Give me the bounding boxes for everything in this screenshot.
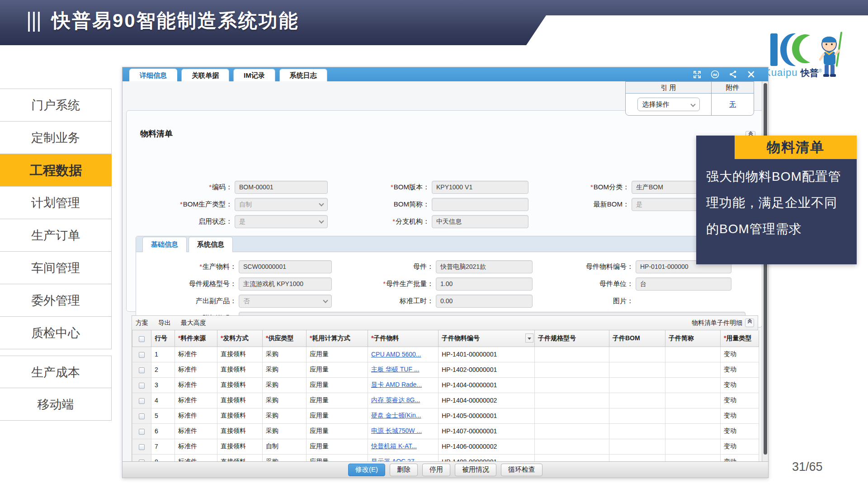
window-tab[interactable]: 系统日志: [279, 69, 327, 81]
operation-select[interactable]: 选择操作: [637, 98, 700, 111]
required-asterisk: *: [724, 334, 726, 342]
filter-dropdown-icon[interactable]: [525, 333, 533, 343]
field-input[interactable]: 台: [636, 277, 731, 291]
sidebar-item[interactable]: 移动端: [0, 388, 112, 421]
column-header[interactable]: 子件BOM: [609, 330, 665, 347]
column-header[interactable]: *耗用计算方式: [307, 330, 368, 347]
field-input[interactable]: KPY1000 V1: [432, 181, 528, 194]
field-input[interactable]: 中天信息: [432, 215, 528, 228]
child-item-link[interactable]: CPU AMD 5600...: [371, 351, 421, 358]
child-item-link[interactable]: 显卡 AMD Rade...: [371, 381, 422, 388]
row-checkbox[interactable]: [139, 367, 145, 373]
field-label: *母件生产批量：: [339, 280, 434, 288]
field-label: 产出副产品：: [142, 297, 236, 305]
column-header[interactable]: 行号: [151, 330, 175, 347]
column-header[interactable]: 子件规格型号: [535, 330, 609, 347]
table-cell: 1: [151, 347, 175, 362]
action-button[interactable]: 停用: [422, 464, 450, 476]
toolbar-link[interactable]: 最大高度: [181, 319, 206, 326]
field-select[interactable]: 自制: [235, 198, 328, 211]
sidebar-item[interactable]: 生产成本: [0, 356, 112, 388]
column-header[interactable]: *用量类型: [721, 330, 759, 347]
form-field: *BOM生产类型：自制: [137, 197, 328, 211]
table-cell: 电源 长城750W ...: [368, 423, 439, 439]
row-checkbox[interactable]: [139, 352, 145, 358]
close-icon[interactable]: [747, 70, 755, 79]
table-cell: HP-1404-00000002: [439, 393, 535, 408]
table-cell: [609, 347, 665, 362]
column-header[interactable]: *子件物料: [368, 330, 439, 347]
window-tab[interactable]: IM记录: [233, 69, 275, 81]
action-button[interactable]: 循环检查: [501, 464, 542, 476]
im-icon[interactable]: IM: [711, 70, 719, 79]
column-header[interactable]: *发料方式: [217, 330, 263, 347]
field-input[interactable]: SCW00000001: [239, 260, 332, 273]
field-select[interactable]: 否: [239, 295, 332, 308]
toolbar-link[interactable]: 导出: [158, 319, 171, 326]
column-header[interactable]: *供应类型: [263, 330, 307, 347]
field-label: 启用状态：: [137, 217, 232, 226]
sidebar-item[interactable]: 门户系统: [0, 89, 112, 122]
child-item-link[interactable]: 快普机箱 K-AT...: [371, 442, 417, 450]
column-header[interactable]: *料件来源: [175, 330, 217, 347]
child-item-link[interactable]: 电源 长城750W ...: [371, 427, 422, 434]
field-select[interactable]: 是: [235, 215, 328, 228]
form-field: *BOM版本：KPY1000 V1: [335, 180, 528, 194]
field-input[interactable]: BOM-00001: [235, 181, 328, 194]
fullscreen-icon[interactable]: [693, 70, 701, 79]
select-all-checkbox[interactable]: [139, 336, 145, 342]
field-input[interactable]: 0.00: [436, 295, 533, 308]
table-cell: [535, 439, 609, 454]
form-field: 母件单位：台: [538, 277, 731, 291]
basic-info-tab[interactable]: 基础信息: [142, 237, 187, 252]
row-checkbox[interactable]: [139, 398, 145, 404]
row-checkbox[interactable]: [139, 444, 145, 450]
table-cell: 快普机箱 K-AT...: [368, 439, 439, 454]
window-tab[interactable]: 详细信息: [129, 69, 177, 81]
sidebar-item[interactable]: 车间管理: [0, 252, 112, 284]
field-input[interactable]: 快普电脑2021款: [436, 260, 533, 273]
row-checkbox[interactable]: [139, 429, 145, 435]
sidebar-item[interactable]: 生产订单: [0, 219, 112, 252]
row-select-cell: [132, 362, 151, 377]
window-tab[interactable]: 关联单据: [181, 69, 229, 81]
child-item-link[interactable]: 硬盘 金士顿(Kin...: [371, 412, 421, 419]
child-item-link[interactable]: 主板 华硕 TUF ...: [371, 366, 420, 373]
toolbar-link[interactable]: 方案: [136, 319, 148, 326]
table-cell: [535, 408, 609, 423]
sidebar-item[interactable]: 委外管理: [0, 284, 112, 317]
sidebar-item[interactable]: 质检中心: [0, 317, 112, 349]
callout-title: 物料清单: [735, 136, 857, 159]
sidebar-item[interactable]: 工程数据: [0, 154, 112, 187]
modify-button[interactable]: 修改(E): [348, 464, 385, 476]
required-asterisk: *: [391, 183, 393, 191]
feature-callout: 物料清单 强大的物料BOM配置管理功能，满足企业不同的BOM管理需求: [696, 136, 857, 264]
field-input[interactable]: 主流游戏机 KPY1000: [239, 277, 332, 291]
basic-info-tab[interactable]: 系统信息: [189, 237, 233, 252]
table-cell: [609, 393, 665, 408]
attachment-link[interactable]: 无: [729, 100, 736, 109]
child-item-link[interactable]: 内存 英睿达 8G...: [371, 396, 420, 404]
row-checkbox[interactable]: [139, 413, 145, 419]
column-header[interactable]: 子件物料编号: [439, 330, 535, 347]
field-input[interactable]: 1.00: [436, 277, 533, 291]
action-button[interactable]: 被用情况: [455, 464, 496, 476]
table-cell: 变动: [721, 439, 759, 454]
action-button[interactable]: 删除: [390, 464, 418, 476]
column-header[interactable]: 子件简称: [665, 330, 721, 347]
field-label: 母件规格型号：: [142, 280, 236, 288]
table-cell: [535, 362, 609, 377]
share-icon[interactable]: [729, 70, 737, 79]
sidebar-item[interactable]: 计划管理: [0, 187, 112, 219]
form-top-col1: *编码：BOM-00001*BOM生产类型：自制启用状态：是: [137, 180, 328, 232]
grid-collapse-button[interactable]: [745, 319, 754, 327]
required-asterisk: *: [178, 334, 180, 342]
mascot-icon: [820, 32, 842, 77]
row-checkbox[interactable]: [139, 383, 145, 389]
table-row: 6标准件直接领料采购应用量电源 长城750W ...HP-1407-000000…: [132, 423, 759, 439]
row-select-cell: [132, 423, 151, 439]
table-cell: 标准件: [175, 362, 217, 377]
field-label: 最新BOM：: [534, 200, 629, 209]
field-input[interactable]: [432, 198, 528, 211]
sidebar-item[interactable]: 定制业务: [0, 122, 112, 154]
